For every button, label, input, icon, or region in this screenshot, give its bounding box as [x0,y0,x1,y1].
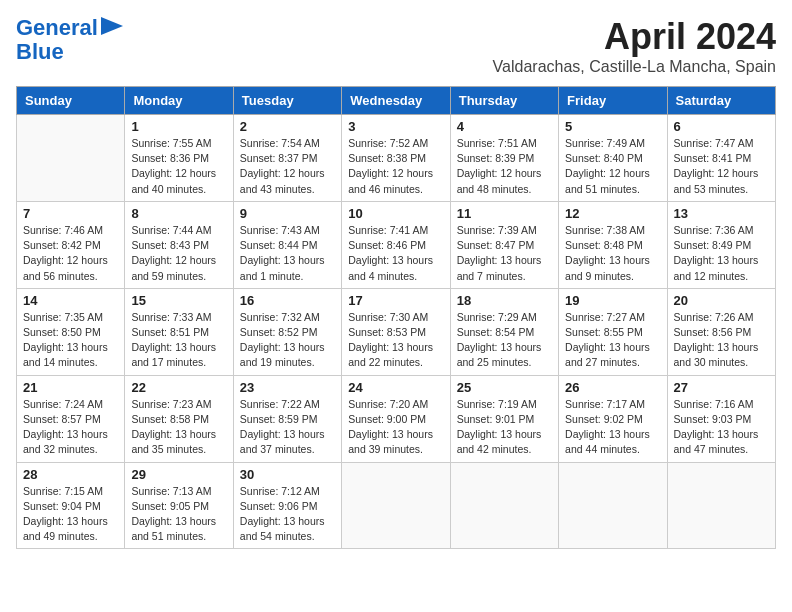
day-info: Sunrise: 7:29 AMSunset: 8:54 PMDaylight:… [457,310,552,371]
day-info: Sunrise: 7:51 AMSunset: 8:39 PMDaylight:… [457,136,552,197]
day-info: Sunrise: 7:38 AMSunset: 8:48 PMDaylight:… [565,223,660,284]
calendar-cell: 4Sunrise: 7:51 AMSunset: 8:39 PMDaylight… [450,115,558,202]
day-number: 23 [240,380,335,395]
calendar-cell: 26Sunrise: 7:17 AMSunset: 9:02 PMDayligh… [559,375,667,462]
calendar-header: SundayMondayTuesdayWednesdayThursdayFrid… [17,87,776,115]
day-info: Sunrise: 7:33 AMSunset: 8:51 PMDaylight:… [131,310,226,371]
day-info: Sunrise: 7:13 AMSunset: 9:05 PMDaylight:… [131,484,226,545]
day-info: Sunrise: 7:12 AMSunset: 9:06 PMDaylight:… [240,484,335,545]
calendar-cell: 23Sunrise: 7:22 AMSunset: 8:59 PMDayligh… [233,375,341,462]
day-number: 13 [674,206,769,221]
day-info: Sunrise: 7:24 AMSunset: 8:57 PMDaylight:… [23,397,118,458]
weekday-header-wednesday: Wednesday [342,87,450,115]
day-number: 25 [457,380,552,395]
day-info: Sunrise: 7:55 AMSunset: 8:36 PMDaylight:… [131,136,226,197]
day-info: Sunrise: 7:23 AMSunset: 8:58 PMDaylight:… [131,397,226,458]
calendar-cell: 28Sunrise: 7:15 AMSunset: 9:04 PMDayligh… [17,462,125,549]
day-info: Sunrise: 7:27 AMSunset: 8:55 PMDaylight:… [565,310,660,371]
logo-blue: Blue [16,39,64,64]
day-info: Sunrise: 7:19 AMSunset: 9:01 PMDaylight:… [457,397,552,458]
day-info: Sunrise: 7:46 AMSunset: 8:42 PMDaylight:… [23,223,118,284]
day-info: Sunrise: 7:32 AMSunset: 8:52 PMDaylight:… [240,310,335,371]
day-info: Sunrise: 7:36 AMSunset: 8:49 PMDaylight:… [674,223,769,284]
logo-arrow-icon [101,17,123,35]
calendar-cell: 8Sunrise: 7:44 AMSunset: 8:43 PMDaylight… [125,201,233,288]
day-number: 5 [565,119,660,134]
svg-marker-0 [101,17,123,35]
day-number: 6 [674,119,769,134]
calendar-cell: 29Sunrise: 7:13 AMSunset: 9:05 PMDayligh… [125,462,233,549]
day-number: 14 [23,293,118,308]
calendar-cell: 14Sunrise: 7:35 AMSunset: 8:50 PMDayligh… [17,288,125,375]
logo: General Blue [16,16,123,64]
day-number: 15 [131,293,226,308]
calendar-week-1: 1Sunrise: 7:55 AMSunset: 8:36 PMDaylight… [17,115,776,202]
calendar-cell: 7Sunrise: 7:46 AMSunset: 8:42 PMDaylight… [17,201,125,288]
day-info: Sunrise: 7:26 AMSunset: 8:56 PMDaylight:… [674,310,769,371]
calendar-cell: 9Sunrise: 7:43 AMSunset: 8:44 PMDaylight… [233,201,341,288]
day-number: 12 [565,206,660,221]
calendar-cell [559,462,667,549]
calendar-cell [667,462,775,549]
calendar-cell: 2Sunrise: 7:54 AMSunset: 8:37 PMDaylight… [233,115,341,202]
day-number: 4 [457,119,552,134]
calendar-cell: 18Sunrise: 7:29 AMSunset: 8:54 PMDayligh… [450,288,558,375]
calendar-cell: 10Sunrise: 7:41 AMSunset: 8:46 PMDayligh… [342,201,450,288]
day-number: 3 [348,119,443,134]
day-number: 11 [457,206,552,221]
day-info: Sunrise: 7:43 AMSunset: 8:44 PMDaylight:… [240,223,335,284]
calendar-subtitle: Valdarachas, Castille-La Mancha, Spain [493,58,776,76]
day-number: 16 [240,293,335,308]
day-info: Sunrise: 7:54 AMSunset: 8:37 PMDaylight:… [240,136,335,197]
weekday-header-sunday: Sunday [17,87,125,115]
day-number: 19 [565,293,660,308]
weekday-header-tuesday: Tuesday [233,87,341,115]
weekday-header-row: SundayMondayTuesdayWednesdayThursdayFrid… [17,87,776,115]
day-number: 30 [240,467,335,482]
day-number: 28 [23,467,118,482]
calendar-week-4: 21Sunrise: 7:24 AMSunset: 8:57 PMDayligh… [17,375,776,462]
calendar-cell [450,462,558,549]
day-number: 24 [348,380,443,395]
calendar-cell: 30Sunrise: 7:12 AMSunset: 9:06 PMDayligh… [233,462,341,549]
calendar-title: April 2024 [493,16,776,58]
calendar-cell: 24Sunrise: 7:20 AMSunset: 9:00 PMDayligh… [342,375,450,462]
day-number: 9 [240,206,335,221]
day-number: 7 [23,206,118,221]
day-info: Sunrise: 7:20 AMSunset: 9:00 PMDaylight:… [348,397,443,458]
logo-text: General [16,16,98,40]
day-info: Sunrise: 7:47 AMSunset: 8:41 PMDaylight:… [674,136,769,197]
calendar-cell: 1Sunrise: 7:55 AMSunset: 8:36 PMDaylight… [125,115,233,202]
weekday-header-thursday: Thursday [450,87,558,115]
calendar-cell: 16Sunrise: 7:32 AMSunset: 8:52 PMDayligh… [233,288,341,375]
weekday-header-monday: Monday [125,87,233,115]
day-info: Sunrise: 7:41 AMSunset: 8:46 PMDaylight:… [348,223,443,284]
day-number: 27 [674,380,769,395]
day-number: 10 [348,206,443,221]
day-info: Sunrise: 7:49 AMSunset: 8:40 PMDaylight:… [565,136,660,197]
calendar-cell: 22Sunrise: 7:23 AMSunset: 8:58 PMDayligh… [125,375,233,462]
day-number: 17 [348,293,443,308]
calendar-cell: 13Sunrise: 7:36 AMSunset: 8:49 PMDayligh… [667,201,775,288]
calendar-week-5: 28Sunrise: 7:15 AMSunset: 9:04 PMDayligh… [17,462,776,549]
logo-general: General [16,15,98,40]
page-header: General Blue April 2024 Valdarachas, Cas… [16,16,776,76]
day-info: Sunrise: 7:44 AMSunset: 8:43 PMDaylight:… [131,223,226,284]
day-number: 2 [240,119,335,134]
calendar-cell: 25Sunrise: 7:19 AMSunset: 9:01 PMDayligh… [450,375,558,462]
calendar-cell: 12Sunrise: 7:38 AMSunset: 8:48 PMDayligh… [559,201,667,288]
day-number: 20 [674,293,769,308]
calendar-cell: 6Sunrise: 7:47 AMSunset: 8:41 PMDaylight… [667,115,775,202]
calendar-cell: 5Sunrise: 7:49 AMSunset: 8:40 PMDaylight… [559,115,667,202]
day-info: Sunrise: 7:15 AMSunset: 9:04 PMDaylight:… [23,484,118,545]
calendar-cell: 17Sunrise: 7:30 AMSunset: 8:53 PMDayligh… [342,288,450,375]
calendar-cell [342,462,450,549]
calendar-cell: 3Sunrise: 7:52 AMSunset: 8:38 PMDaylight… [342,115,450,202]
day-info: Sunrise: 7:52 AMSunset: 8:38 PMDaylight:… [348,136,443,197]
day-info: Sunrise: 7:39 AMSunset: 8:47 PMDaylight:… [457,223,552,284]
day-info: Sunrise: 7:22 AMSunset: 8:59 PMDaylight:… [240,397,335,458]
weekday-header-friday: Friday [559,87,667,115]
calendar-cell: 21Sunrise: 7:24 AMSunset: 8:57 PMDayligh… [17,375,125,462]
day-number: 29 [131,467,226,482]
day-number: 22 [131,380,226,395]
